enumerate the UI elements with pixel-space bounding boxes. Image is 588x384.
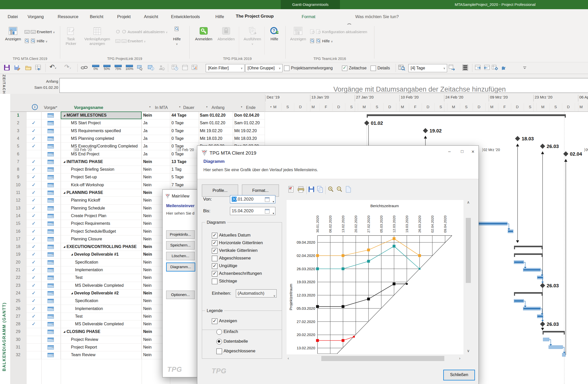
task-mode-cell[interactable] xyxy=(41,282,61,289)
row-number[interactable]: 30 xyxy=(10,336,26,343)
row-number[interactable]: 20 xyxy=(10,258,26,266)
collapse-triangle-icon[interactable]: ◢ xyxy=(71,292,73,294)
mta-column-header[interactable]: In MTA ▾ xyxy=(155,105,168,110)
calendar-icon[interactable] xyxy=(182,64,189,71)
group-dropdown[interactable]: [Ohne Gruppe]∨ xyxy=(245,64,283,72)
dauer-cell[interactable]: 0 Tage xyxy=(170,135,200,142)
in-mta-cell[interactable]: Nein xyxy=(142,173,172,181)
row-checkmark[interactable]: ✓ xyxy=(26,305,41,313)
row-checkmark[interactable]: ✓ xyxy=(26,196,41,204)
ende-column-header[interactable]: Ende ▾ xyxy=(246,105,255,110)
rows-icon[interactable] xyxy=(462,64,469,71)
open-folder-icon[interactable] xyxy=(25,64,32,71)
task-name-cell[interactable]: Planning Schedule xyxy=(61,204,142,212)
row-checkmark[interactable]: ✓ xyxy=(26,251,41,258)
task-name-cell[interactable]: ◢Develop Deliverable #2 xyxy=(61,289,142,297)
task-mode-cell[interactable] xyxy=(41,336,61,343)
task-mode-cell[interactable] xyxy=(41,112,61,119)
ribbon-button-abmelden[interactable]: Abmelden xyxy=(215,26,237,55)
task-name-cell[interactable]: ◢MGMT MILESTONES xyxy=(61,112,142,119)
row-checkmark[interactable]: ✓ xyxy=(26,313,41,320)
von-field[interactable]: 30.01.2020 ▾ xyxy=(230,195,275,203)
row-checkmark[interactable] xyxy=(26,328,41,336)
checkbox-abgeschlossene[interactable] xyxy=(216,349,222,354)
task-mode-cell[interactable] xyxy=(41,158,61,166)
info-icon[interactable]: i xyxy=(148,64,155,71)
row-checkmark[interactable]: ✓ xyxy=(26,135,41,142)
table-export-icon[interactable] xyxy=(35,64,42,71)
task-name-cell[interactable]: Implementation xyxy=(61,266,142,274)
percent-75-button[interactable]: 75% xyxy=(113,64,123,72)
ribbon-button-hilfe[interactable]: Hilfe ∨ xyxy=(24,38,47,44)
task-name-cell[interactable]: ◢Develop Deliverable #1 xyxy=(61,251,142,258)
task-name-cell[interactable]: MS Executing/Controlling Completed xyxy=(61,142,142,150)
collapse-triangle-icon[interactable]: ◢ xyxy=(63,245,65,248)
ribbon-button-anzeigen[interactable]: Anzeigen xyxy=(3,26,23,55)
task-mode-cell[interactable] xyxy=(41,135,61,142)
task-name-cell[interactable]: Project Review xyxy=(61,336,142,343)
hscroll-thumb[interactable] xyxy=(321,356,444,361)
table-gear-icon[interactable] xyxy=(492,64,499,71)
row-number[interactable]: 9 xyxy=(10,173,26,181)
task-name-cell[interactable]: Kick-off Workshop xyxy=(61,181,142,189)
task-mode-cell[interactable] xyxy=(41,251,61,258)
dauer-cell[interactable]: 0 Tage xyxy=(170,142,200,150)
chevron-down-icon[interactable]: ▾ xyxy=(273,209,274,217)
checkbox-aktuelles-datum[interactable] xyxy=(212,233,217,238)
scroll-left-icon[interactable]: ‹ xyxy=(288,356,289,360)
calendar-next-icon[interactable] xyxy=(475,64,482,71)
row-checkmark[interactable]: ✓ xyxy=(26,212,41,220)
row-number[interactable]: 7 xyxy=(10,158,26,166)
save-icon[interactable] xyxy=(308,185,316,194)
task-name-cell[interactable]: Project Schedule/Budget xyxy=(61,228,142,235)
task-mode-cell[interactable] xyxy=(41,266,61,274)
anfang-cell[interactable]: Mit 19.02.20 xyxy=(198,127,234,135)
task-name-cell[interactable]: MS Deliverable Completed xyxy=(61,320,142,328)
print-icon[interactable] xyxy=(297,185,305,194)
task-mode-cell[interactable] xyxy=(41,235,61,243)
task-mode-cell[interactable] xyxy=(41,212,61,220)
row-checkmark[interactable] xyxy=(26,112,41,119)
row-number[interactable]: 25 xyxy=(10,297,26,305)
checkbox-stichtage[interactable] xyxy=(212,279,217,284)
row-number[interactable]: 24 xyxy=(10,289,26,297)
ribbon-button-task-picker[interactable]: TaskPicker xyxy=(63,26,79,55)
task-mode-cell[interactable] xyxy=(41,351,61,359)
table-chart-icon[interactable] xyxy=(191,64,199,71)
task-mode-cell[interactable] xyxy=(41,274,61,281)
name-column-header[interactable]: Vorgangsname ▾ xyxy=(74,105,103,110)
ribbon-tab-datei[interactable]: Datei xyxy=(7,9,19,24)
radio-einfach[interactable] xyxy=(216,329,222,335)
row-checkmark[interactable]: ✓ xyxy=(26,204,41,212)
schliessen-button[interactable]: Schließen xyxy=(443,370,475,380)
ribbon-tab-format[interactable]: Format xyxy=(301,9,316,24)
row-number[interactable]: 29 xyxy=(10,328,26,336)
task-mode-cell[interactable] xyxy=(41,289,61,297)
row-checkmark[interactable]: ✓ xyxy=(26,297,41,305)
table-clock-icon[interactable] xyxy=(172,64,179,71)
zoom-in-icon[interactable] xyxy=(327,185,335,194)
minimize-icon[interactable]: – xyxy=(445,148,454,155)
dauer-cell[interactable]: 44 Tage xyxy=(170,112,200,119)
scroll-right-icon[interactable]: › xyxy=(459,356,460,360)
row-number[interactable]: 23 xyxy=(10,282,26,289)
row-number[interactable]: 22 xyxy=(10,274,26,281)
save-edit-icon[interactable] xyxy=(14,64,21,71)
task-mode-cell[interactable] xyxy=(41,127,61,135)
zoom-out-icon[interactable] xyxy=(336,185,344,194)
task-name-cell[interactable]: MS Requirements specified xyxy=(61,127,142,135)
collapse-triangle-icon[interactable]: ◢ xyxy=(63,191,65,194)
in-mta-cell[interactable]: Nein xyxy=(142,166,172,173)
task-name-cell[interactable]: Project Report xyxy=(61,343,142,351)
task-name-cell[interactable]: Project Set-up xyxy=(61,173,142,181)
in-mta-cell[interactable]: Ja xyxy=(142,135,172,142)
anfang-cell[interactable]: Mit 18.03.20 xyxy=(198,135,234,142)
row-checkmark[interactable] xyxy=(26,336,41,343)
task-mode-cell[interactable] xyxy=(41,313,61,320)
dauer-cell[interactable]: 0 Tage xyxy=(170,119,200,127)
task-name-cell[interactable]: Test xyxy=(61,274,142,281)
row-number[interactable]: 21 xyxy=(10,266,26,274)
row-checkmark[interactable]: ✓ xyxy=(26,181,41,189)
row-number[interactable]: 16 xyxy=(10,228,26,235)
task-mode-cell[interactable] xyxy=(41,173,61,181)
